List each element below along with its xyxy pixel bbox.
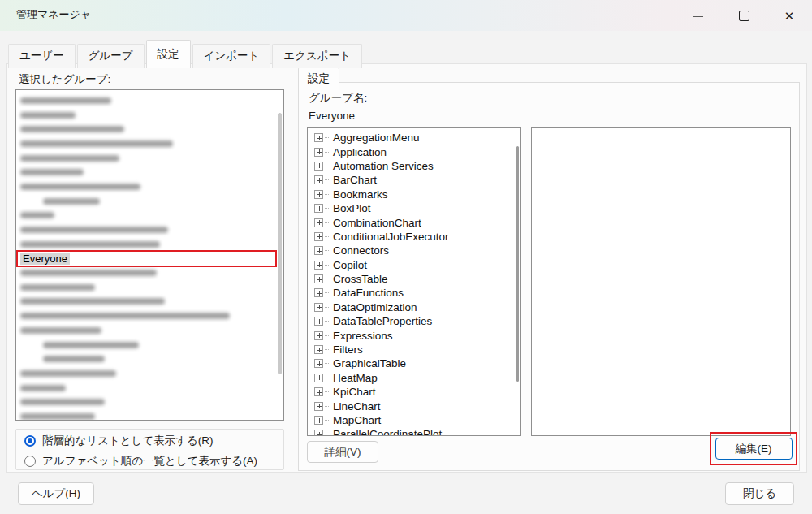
- tree-item[interactable]: CombinationChart: [308, 215, 520, 229]
- expand-plus-icon[interactable]: [314, 175, 323, 184]
- group-item-redacted[interactable]: [16, 222, 283, 237]
- group-item-redacted[interactable]: [16, 338, 283, 352]
- title-bar[interactable]: 管理マネージャ ✕: [0, 0, 812, 31]
- group-item-redacted[interactable]: [16, 209, 283, 223]
- tree-item[interactable]: Filters: [308, 343, 520, 356]
- group-item-redacted[interactable]: [16, 409, 283, 421]
- inner-settings-page: グループ名: Everyone AggregationMenuApplicati…: [298, 82, 800, 471]
- group-item-redacted[interactable]: [16, 266, 283, 280]
- group-item-redacted[interactable]: [16, 295, 283, 309]
- tree-connector: [325, 335, 330, 336]
- expand-plus-icon[interactable]: [314, 288, 323, 297]
- tree-item[interactable]: CrossTable: [308, 272, 520, 286]
- license-tree-scrollbar[interactable]: [516, 146, 519, 382]
- tree-item-label: Application: [333, 146, 387, 158]
- inner-tab-settings[interactable]: 設定: [298, 67, 339, 90]
- tree-item-label: CombinationChart: [333, 217, 421, 229]
- tree-item[interactable]: Copilot: [308, 258, 520, 272]
- radio-icon[interactable]: [24, 456, 36, 467]
- group-item-redacted[interactable]: [16, 179, 283, 194]
- expand-plus-icon[interactable]: [314, 430, 323, 436]
- tree-item[interactable]: Expressions: [308, 328, 520, 342]
- tree-item[interactable]: ParallelCoordinatePlot: [308, 427, 520, 436]
- expand-plus-icon[interactable]: [314, 387, 323, 396]
- group-item-redacted[interactable]: [16, 381, 283, 395]
- expand-plus-icon[interactable]: [314, 246, 323, 255]
- group-item-redacted[interactable]: [16, 108, 283, 123]
- main-tab-strip: ユーザーグループ設定インポートエクスポート: [8, 40, 364, 68]
- expand-plus-icon[interactable]: [314, 317, 323, 326]
- tree-item[interactable]: Connectors: [308, 244, 520, 257]
- group-item-redacted[interactable]: [16, 136, 283, 151]
- tree-item-label: Expressions: [333, 330, 393, 342]
- view-option-alphabetical[interactable]: アルファベット順の一覧として表示する(A): [24, 452, 283, 470]
- expand-plus-icon[interactable]: [314, 162, 323, 171]
- tree-item[interactable]: Application: [308, 145, 520, 158]
- tree-item[interactable]: DataOptimization: [308, 300, 520, 314]
- close-dialog-button[interactable]: 閉じる: [725, 482, 794, 505]
- expand-plus-icon[interactable]: [314, 274, 323, 283]
- expand-plus-icon[interactable]: [314, 232, 323, 241]
- expand-plus-icon[interactable]: [314, 190, 323, 199]
- expand-plus-icon[interactable]: [314, 331, 323, 340]
- redacted-group-name: [43, 356, 105, 362]
- expand-plus-icon[interactable]: [314, 402, 323, 411]
- group-item-redacted[interactable]: [16, 122, 283, 136]
- group-item-redacted[interactable]: [16, 323, 283, 338]
- expand-plus-icon[interactable]: [314, 261, 323, 270]
- tree-item[interactable]: BarChart: [308, 173, 520, 187]
- tree-item[interactable]: Automation Services: [308, 159, 520, 173]
- main-tab-1[interactable]: グループ: [77, 44, 145, 68]
- main-tab-3[interactable]: インポート: [192, 44, 271, 68]
- tree-item[interactable]: LineChart: [308, 399, 520, 412]
- main-tab-2[interactable]: 設定: [146, 40, 191, 68]
- expand-plus-icon[interactable]: [314, 133, 323, 142]
- tree-item-label: Automation Services: [333, 160, 434, 172]
- view-option-hierarchical[interactable]: 階層的なリストとして表示する(R): [24, 432, 283, 450]
- close-button[interactable]: ✕: [767, 0, 812, 31]
- tree-item[interactable]: GraphicalTable: [308, 356, 520, 370]
- minimize-button[interactable]: [676, 0, 721, 31]
- group-item-redacted[interactable]: [16, 395, 283, 409]
- expand-plus-icon[interactable]: [314, 303, 323, 312]
- group-item-redacted[interactable]: [16, 194, 283, 209]
- group-item-everyone[interactable]: Everyone: [16, 252, 283, 266]
- tree-item[interactable]: BoxPlot: [308, 201, 520, 215]
- expand-plus-icon[interactable]: [314, 416, 323, 425]
- tree-item[interactable]: DataFunctions: [308, 286, 520, 300]
- group-item-redacted[interactable]: [16, 366, 283, 381]
- tree-item[interactable]: HeatMap: [308, 371, 520, 385]
- edit-button[interactable]: 編集(E): [715, 438, 793, 460]
- maximize-button[interactable]: [721, 0, 767, 31]
- tree-item[interactable]: MapChart: [308, 413, 520, 427]
- redacted-group-name: [20, 241, 160, 248]
- tree-item[interactable]: KpiChart: [308, 385, 520, 399]
- group-item-redacted[interactable]: [16, 309, 283, 323]
- group-item-redacted[interactable]: [16, 237, 283, 252]
- details-button[interactable]: 詳細(V): [307, 441, 378, 463]
- group-item-redacted[interactable]: [16, 165, 283, 179]
- tree-connector: [325, 307, 330, 308]
- tree-item[interactable]: ConditionalJobExecutor: [308, 230, 520, 244]
- expand-plus-icon[interactable]: [314, 148, 323, 157]
- redacted-group-name: [20, 169, 84, 175]
- group-item-redacted[interactable]: [16, 93, 283, 108]
- expand-plus-icon[interactable]: [314, 218, 323, 227]
- tree-item[interactable]: Bookmarks: [308, 188, 520, 201]
- group-list[interactable]: Everyone: [15, 89, 284, 421]
- tree-item[interactable]: AggregationMenu: [308, 131, 520, 145]
- expand-plus-icon[interactable]: [314, 204, 323, 213]
- main-tab-0[interactable]: ユーザー: [8, 44, 76, 68]
- tree-item[interactable]: DataTableProperties: [308, 314, 520, 328]
- help-button[interactable]: ヘルプ(H): [18, 482, 94, 505]
- main-tab-4[interactable]: エクスポート: [272, 44, 362, 68]
- license-tree[interactable]: AggregationMenuApplicationAutomation Ser…: [307, 127, 521, 436]
- expand-plus-icon[interactable]: [314, 374, 323, 382]
- expand-plus-icon[interactable]: [314, 345, 323, 354]
- group-item-redacted[interactable]: [16, 352, 283, 366]
- group-item-redacted[interactable]: [16, 280, 283, 295]
- group-item-redacted[interactable]: [16, 151, 283, 166]
- expand-plus-icon[interactable]: [314, 359, 323, 368]
- radio-icon[interactable]: [24, 435, 36, 447]
- tree-item-label: GraphicalTable: [333, 357, 406, 369]
